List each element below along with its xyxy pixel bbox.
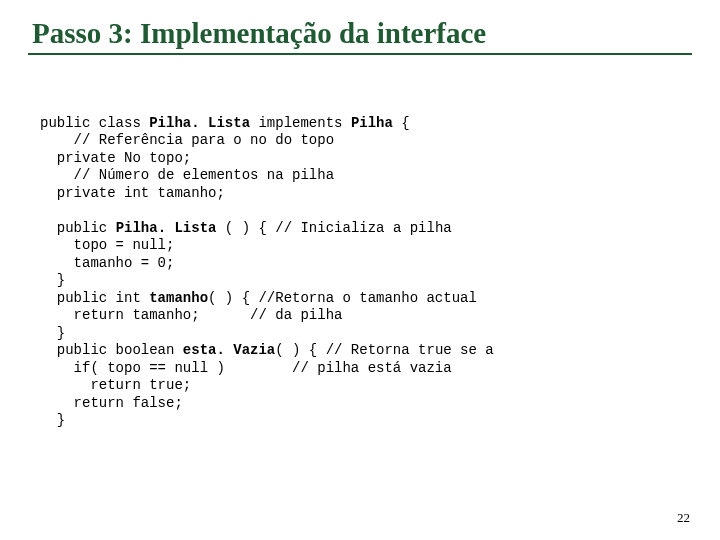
code-line-9: } (40, 272, 65, 288)
slide-title: Passo 3: Implementação da interface (28, 16, 692, 51)
code-line-15: return true; (40, 377, 191, 393)
code-line-14: if( topo == null ) // pilha está vazia (40, 360, 452, 376)
code-line-1: public class Pilha. Lista implements Pil… (40, 115, 410, 131)
code-line-6: public Pilha. Lista ( ) { // Inicializa … (40, 220, 452, 236)
code-line-17: } (40, 412, 65, 428)
code-line-12: } (40, 325, 65, 341)
code-line-13: public boolean esta. Vazia( ) { // Retor… (40, 342, 494, 358)
code-block: public class Pilha. Lista implements Pil… (28, 115, 692, 430)
code-line-5: private int tamanho; (40, 185, 225, 201)
code-line-16: return false; (40, 395, 183, 411)
title-rule: Passo 3: Implementação da interface (28, 16, 692, 55)
page-number: 22 (677, 510, 690, 526)
code-line-8: tamanho = 0; (40, 255, 174, 271)
code-line-2: // Referência para o no do topo (40, 132, 334, 148)
code-line-7: topo = null; (40, 237, 174, 253)
slide: Passo 3: Implementação da interface publ… (0, 0, 720, 540)
code-line-11: return tamanho; // da pilha (40, 307, 342, 323)
code-line-3: private No topo; (40, 150, 191, 166)
code-line-10: public int tamanho( ) { //Retorna o tama… (40, 290, 477, 306)
code-line-4: // Número de elementos na pilha (40, 167, 334, 183)
